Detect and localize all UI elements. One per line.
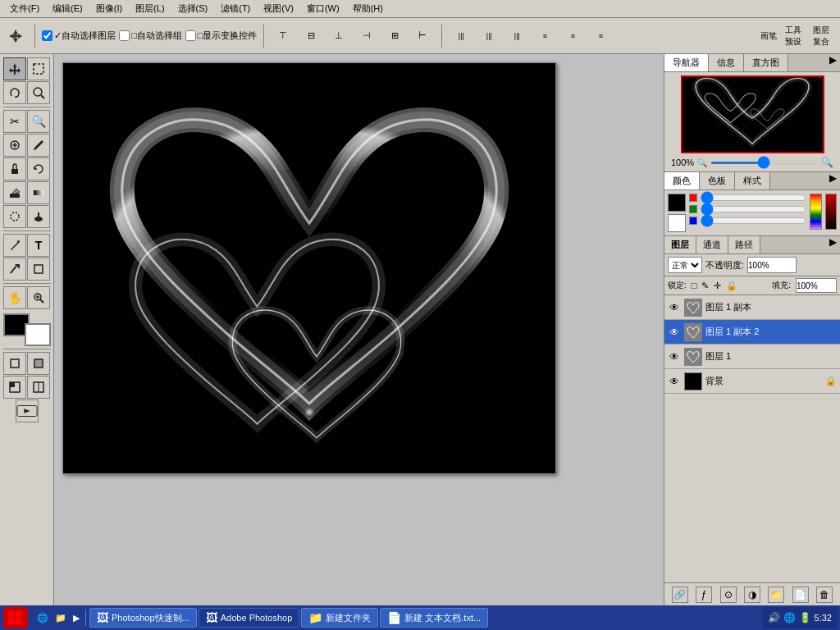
healing-tool[interactable] [3,134,26,157]
layer-item[interactable]: 👁 图层 1 副本 2 [664,320,840,345]
eraser-tool[interactable] [3,181,26,204]
green-slider[interactable] [701,206,806,212]
path-select-tool[interactable] [3,258,26,281]
tray-icon-1[interactable]: 🔊 [768,612,780,623]
tray-icon-3[interactable]: 🔋 [799,612,811,623]
show-transform-label[interactable]: □显示变换控件 [185,30,258,42]
fill-input[interactable] [796,278,837,293]
layer-visibility-icon[interactable]: 👁 [668,302,681,313]
zoom-slider[interactable] [710,162,818,164]
shape-tool[interactable] [27,258,50,281]
brush-panel-btn[interactable]: 画笔 [756,24,781,48]
opacity-input[interactable] [747,257,797,273]
layer-visibility-icon[interactable]: 👁 [668,326,681,338]
menu-layer[interactable]: 图层(L) [129,1,171,16]
distribute-right-btn[interactable]: ≡ [588,24,613,48]
selection-tool[interactable] [27,57,50,80]
distribute-top-btn[interactable]: ||| [449,24,473,48]
tab-channels[interactable]: 通道 [696,236,728,253]
media-icon[interactable]: ▶ [71,608,82,628]
layer-comp-btn[interactable]: 图层复合 [812,24,837,48]
history-tool[interactable] [27,158,50,180]
taskbar-photoshop-quick[interactable]: 🖼 Photoshop快速制... [89,608,197,628]
nav-thumbnail[interactable] [681,75,824,153]
zoom-tool[interactable] [27,286,50,309]
navigator-options[interactable]: ▶ [826,54,840,71]
layers-options[interactable]: ▶ [826,236,840,253]
canvas-area[interactable] [54,54,664,605]
ie-icon[interactable]: 🌐 [34,608,51,628]
tab-layers[interactable]: 图层 [664,236,696,253]
delete-layer-btn[interactable]: 🗑 [816,587,833,603]
red-slider[interactable] [701,194,806,201]
eyedropper-tool[interactable]: 🔍 [27,110,50,133]
tab-styles[interactable]: 样式 [735,172,770,189]
auto-select-group-checkbox[interactable] [119,30,130,41]
zoom-in-icon[interactable]: 🔍 [821,157,833,168]
align-right-btn[interactable]: ⊢ [410,24,435,48]
lasso-tool[interactable] [3,81,26,104]
new-layer-btn[interactable]: 📄 [792,587,809,603]
distribute-vcenter-btn[interactable]: ||| [477,24,501,48]
add-mask-btn[interactable]: ⊙ [720,587,737,603]
tray-icon-2[interactable]: 🌐 [783,612,796,623]
taskbar-folder[interactable]: 📁 新建文件夹 [301,608,378,628]
standard-mode[interactable] [3,352,26,375]
background-color[interactable] [25,323,51,346]
layer-visibility-icon[interactable]: 👁 [668,376,681,387]
link-layers-btn[interactable]: 🔗 [672,587,688,603]
distribute-bottom-btn[interactable]: ||| [504,24,529,48]
show-transform-checkbox[interactable] [185,30,196,41]
tab-paths[interactable]: 路径 [728,236,760,253]
color-options[interactable]: ▶ [826,172,840,189]
taskbar-textfile[interactable]: 📄 新建 文本文档.txt... [380,608,488,628]
tool-preset-btn[interactable]: 工具预设 [784,24,809,48]
taskbar-photoshop[interactable]: 🖼 Adobe Photoshop [199,608,299,628]
tab-swatches[interactable]: 色板 [700,172,735,189]
quick-mask-mode[interactable] [27,352,50,375]
blur-tool[interactable] [3,205,26,228]
align-top-btn[interactable]: ⊤ [271,24,295,48]
folder-icon[interactable]: 📁 [52,608,69,628]
layer-item[interactable]: 👁 图层 1 副本 [664,295,840,320]
distribute-left-btn[interactable]: ≡ [532,24,557,48]
hand-tool[interactable]: ✋ [3,286,26,309]
canvas[interactable] [63,63,555,473]
tab-histogram[interactable]: 直方图 [744,54,788,71]
menu-image[interactable]: 图像(I) [89,1,129,16]
lock-transparent-icon[interactable]: □ [692,281,697,290]
align-hcenter-btn[interactable]: ⊞ [382,24,407,48]
move-tool[interactable] [3,57,26,80]
align-bottom-btn[interactable]: ⊥ [326,24,351,48]
lock-paint-icon[interactable]: ✎ [701,281,709,291]
align-vcenter-btn[interactable]: ⊟ [299,24,323,48]
crop-tool[interactable]: ✂ [3,110,26,133]
lock-move-icon[interactable]: ✛ [714,281,721,291]
move-tool-options[interactable] [3,24,28,48]
jump-to-imageready[interactable] [16,399,39,422]
zoom-out-icon[interactable]: 🔍 [697,158,707,167]
menu-help[interactable]: 帮助(H) [346,1,390,16]
fg-swatch[interactable] [668,194,686,212]
color-spectrum[interactable] [810,194,822,230]
layer-visibility-icon[interactable]: 👁 [668,351,681,363]
new-adjustment-btn[interactable]: ◑ [744,587,760,603]
gradient-tool[interactable] [27,181,50,204]
layer-item[interactable]: 👁 背景 🔒 [664,369,840,394]
menu-window[interactable]: 窗口(W) [300,1,346,16]
menu-file[interactable]: 文件(F) [3,1,46,16]
quick-select-tool[interactable] [27,81,50,104]
align-left-btn[interactable]: ⊣ [354,24,379,48]
brush-tool[interactable] [27,134,50,157]
menu-select[interactable]: 选择(S) [171,1,215,16]
new-group-btn[interactable]: 📁 [768,587,784,603]
start-button[interactable] [3,607,28,628]
layer-item[interactable]: 👁 图层 1 [664,345,840,369]
blue-slider[interactable] [701,217,806,224]
text-tool[interactable]: T [27,234,50,257]
distribute-hcenter-btn[interactable]: ≡ [560,24,585,48]
tab-info[interactable]: 信息 [709,54,744,71]
pen-tool[interactable] [3,234,26,257]
stamp-tool[interactable] [3,158,26,180]
tab-navigator[interactable]: 导航器 [664,54,709,71]
